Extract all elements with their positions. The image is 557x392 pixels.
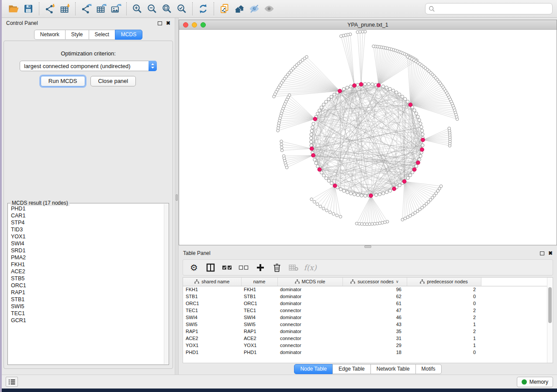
tab-style[interactable]: Style xyxy=(65,30,89,40)
zoom-selected-button[interactable] xyxy=(174,2,189,16)
delete-table-icon xyxy=(289,264,298,271)
list-item[interactable]: ACE2 xyxy=(11,268,164,275)
open-icon xyxy=(8,3,19,14)
list-item[interactable]: STB1 xyxy=(11,296,164,303)
list-item[interactable]: STP4 xyxy=(11,219,164,226)
sort-desc-icon: ∨ xyxy=(396,279,399,284)
column-header-filler xyxy=(481,278,547,286)
column-layout-button[interactable] xyxy=(202,261,219,274)
vertical-split-handle[interactable] xyxy=(176,194,178,201)
deselect-all-button[interactable] xyxy=(235,261,252,274)
import-table-icon xyxy=(59,3,70,14)
show-all-button[interactable] xyxy=(262,2,277,16)
list-item[interactable]: YOX1 xyxy=(11,233,164,240)
list-item[interactable]: GCR1 xyxy=(11,317,164,324)
clone-network-button[interactable] xyxy=(217,2,232,16)
list-item[interactable]: SWI5 xyxy=(11,303,164,310)
column-header-name[interactable]: name xyxy=(241,278,277,286)
export-network-icon xyxy=(81,3,92,14)
tab-node-table[interactable]: Node Table xyxy=(294,364,333,374)
search-field[interactable] xyxy=(425,3,553,14)
import-table-button[interactable] xyxy=(57,2,72,16)
import-network-button[interactable] xyxy=(42,2,57,16)
control-panel-title: Control Panel xyxy=(6,20,38,26)
column-type-icon xyxy=(350,279,355,284)
export-table-button[interactable] xyxy=(93,2,108,16)
close-panel-button[interactable]: Close panel xyxy=(90,76,136,86)
memory-status-icon xyxy=(522,379,527,385)
task-history-button[interactable] xyxy=(6,377,18,387)
zoom-out-button[interactable] xyxy=(145,2,159,16)
tab-motifs[interactable]: Motifs xyxy=(415,364,442,374)
zoom-fit-button[interactable] xyxy=(159,2,174,16)
list-item[interactable]: SWI4 xyxy=(11,240,164,247)
list-item[interactable]: FKH1 xyxy=(11,261,164,268)
zoom-in-button[interactable] xyxy=(130,2,145,16)
criterion-dropdown[interactable]: largest connected component (undirected) xyxy=(20,61,157,71)
list-item[interactable]: PMA2 xyxy=(11,254,164,261)
column-header-predecessor-nodes[interactable]: predecessor nodes xyxy=(407,278,481,286)
delete-button[interactable] xyxy=(269,261,285,274)
close-panel-icon[interactable]: ✖ xyxy=(166,21,170,25)
tab-select[interactable]: Select xyxy=(89,30,115,40)
tab-network-table[interactable]: Network Table xyxy=(370,364,416,374)
open-button[interactable] xyxy=(6,2,21,16)
list-item[interactable]: TID3 xyxy=(11,226,164,233)
vertical-split-divider[interactable] xyxy=(175,18,179,375)
run-mcds-button[interactable]: Run MCDS xyxy=(41,76,85,86)
table-row[interactable]: YOX1YOX1connector291 xyxy=(183,342,547,349)
horizontal-split-handle[interactable] xyxy=(364,245,371,248)
export-table-icon xyxy=(96,3,107,14)
memory-button[interactable]: Memory xyxy=(517,377,553,387)
select-all-button[interactable] xyxy=(219,261,235,274)
tab-edge-table[interactable]: Edge Table xyxy=(332,364,371,374)
table-row[interactable]: STB1STB1dominator620 xyxy=(183,293,547,300)
table-row[interactable]: FKH1FKH1dominator962 xyxy=(183,286,547,293)
hide-selected-icon xyxy=(249,3,260,14)
criterion-stepper[interactable] xyxy=(149,61,157,71)
table-row[interactable]: SWI4SWI4dominator462 xyxy=(183,314,547,321)
network-view-titlebar[interactable]: YPA_prune.txt_1 xyxy=(179,20,557,30)
list-item[interactable]: TEC1 xyxy=(11,310,164,317)
table-row[interactable]: TEC1TEC1connector472 xyxy=(183,307,547,314)
add-button[interactable] xyxy=(252,261,269,274)
float-panel-icon[interactable] xyxy=(158,21,162,25)
list-item[interactable]: SRD1 xyxy=(11,247,164,254)
search-input[interactable] xyxy=(435,6,549,12)
table-row[interactable]: RAP1RAP1dominator352 xyxy=(183,328,547,335)
table-scrollbar-thumb[interactable] xyxy=(548,287,552,323)
horizontal-split-divider[interactable] xyxy=(179,245,557,248)
list-item[interactable]: CAR1 xyxy=(11,212,164,219)
list-item[interactable]: ORC1 xyxy=(11,282,164,289)
hide-selected-button[interactable] xyxy=(247,2,262,16)
export-image-button[interactable] xyxy=(108,2,123,16)
save-button[interactable] xyxy=(21,2,36,16)
mcds-result-scrollbar[interactable] xyxy=(164,204,168,364)
tab-network[interactable]: Network xyxy=(34,30,66,40)
zoom-fit-icon xyxy=(162,3,173,14)
export-network-button[interactable] xyxy=(79,2,93,16)
gear-button[interactable]: ⚙ xyxy=(186,261,202,274)
list-item[interactable]: STB5 xyxy=(11,275,164,282)
first-neighbors-button[interactable] xyxy=(232,2,247,16)
column-header-successor-nodes[interactable]: successor nodes∨ xyxy=(343,278,407,286)
column-header-MCDS-role[interactable]: MCDS role xyxy=(277,278,343,286)
network-view-title: YPA_prune.txt_1 xyxy=(179,22,557,28)
column-header-shared-name[interactable]: shared name xyxy=(183,278,241,286)
float-table-panel-icon[interactable] xyxy=(540,251,544,255)
tab-mcds[interactable]: MCDS xyxy=(115,30,142,40)
table-row[interactable]: SWI5SWI5connector431 xyxy=(183,321,547,328)
table-row[interactable]: ACE2ACE2connector311 xyxy=(183,335,547,342)
table-scrollbar[interactable] xyxy=(547,278,553,363)
table-row[interactable]: PHD1PHD1dominator180 xyxy=(183,349,547,356)
list-item[interactable]: PHD1 xyxy=(11,205,164,212)
delete-icon xyxy=(273,263,281,272)
list-item[interactable]: RAP1 xyxy=(11,289,164,296)
table-row[interactable]: ORC1ORC1dominator610 xyxy=(183,300,547,307)
table-toolbar: ⚙f(x) xyxy=(183,259,553,275)
network-canvas[interactable] xyxy=(179,30,557,245)
refresh-button[interactable] xyxy=(196,2,211,16)
close-table-panel-icon[interactable]: ✖ xyxy=(548,251,553,255)
refresh-icon xyxy=(198,3,209,14)
memory-label: Memory xyxy=(529,379,548,385)
